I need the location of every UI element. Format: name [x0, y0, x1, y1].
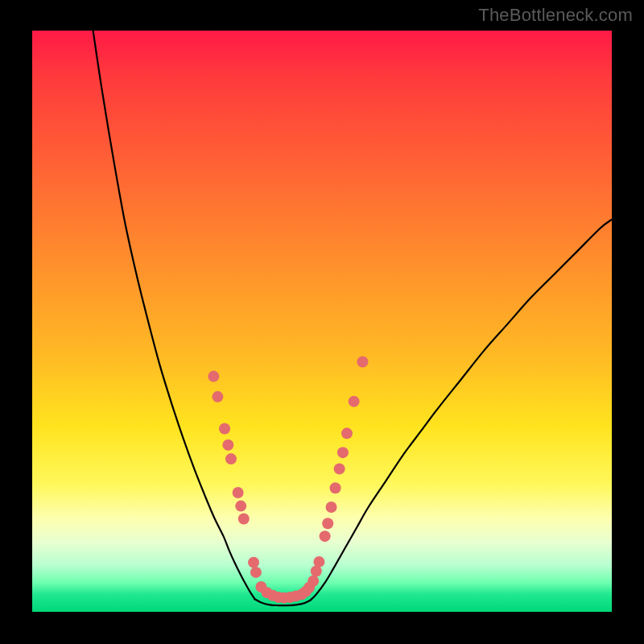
- sample-point: [233, 487, 244, 498]
- sample-point: [273, 592, 284, 603]
- sample-point: [250, 567, 262, 578]
- sample-point: [330, 482, 341, 493]
- sample-point: [357, 357, 368, 368]
- chart-frame: TheBottleneck.com: [0, 0, 644, 644]
- sample-point: [296, 588, 308, 600]
- curve-group: [93, 31, 612, 605]
- sample-point: [349, 396, 360, 407]
- sample-point: [311, 565, 322, 576]
- sample-point: [248, 557, 259, 568]
- sample-point: [308, 576, 319, 587]
- sample-point: [212, 391, 223, 402]
- sample-point: [313, 556, 324, 568]
- sample-point: [262, 587, 273, 598]
- sample-point: [303, 582, 315, 593]
- sample-point: [219, 423, 230, 435]
- sample-point: [341, 427, 353, 439]
- sample-point: [291, 591, 302, 602]
- plot-area: [32, 31, 612, 612]
- marker-group: [208, 357, 368, 604]
- sample-point: [284, 592, 295, 603]
- sample-point: [326, 502, 337, 513]
- chart-svg: [32, 31, 612, 612]
- sample-point: [300, 586, 312, 597]
- bottleneck-curve: [93, 31, 612, 605]
- sample-point: [238, 513, 250, 524]
- sample-point: [334, 463, 345, 474]
- sample-point: [279, 592, 290, 604]
- watermark-text: TheBottleneck.com: [478, 5, 633, 26]
- sample-point: [320, 530, 331, 542]
- sample-point: [235, 501, 246, 512]
- sample-point: [337, 447, 349, 458]
- sample-point: [255, 581, 266, 592]
- sample-point: [322, 518, 333, 529]
- sample-point: [208, 371, 219, 382]
- sample-point: [222, 440, 233, 451]
- sample-point: [267, 590, 279, 601]
- sample-point: [225, 453, 237, 464]
